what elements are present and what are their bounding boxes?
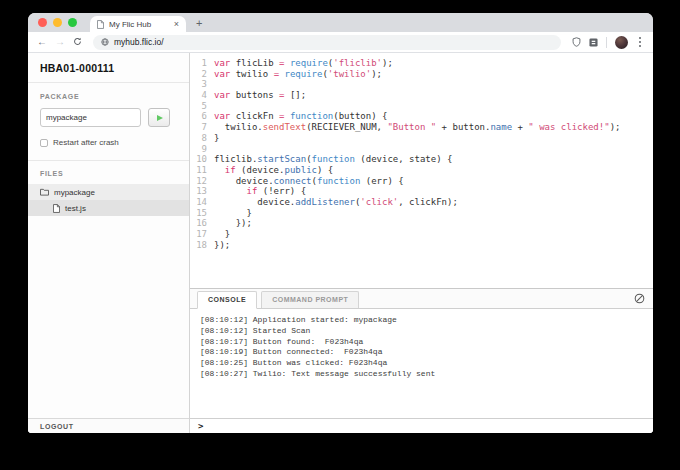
- extension-icon[interactable]: [589, 38, 598, 47]
- console-command-input[interactable]: >: [190, 418, 653, 433]
- forward-icon: →: [55, 37, 65, 47]
- clear-console-icon[interactable]: [634, 293, 645, 304]
- console-panel: CONSOLECOMMAND PROMPT [08:10:12] Applica…: [190, 288, 653, 433]
- new-tab-button[interactable]: +: [196, 18, 202, 29]
- editor-gutter: 123456789101112131415161718: [190, 58, 214, 288]
- console-output: [08:10:12] Application started: mypackag…: [190, 309, 653, 418]
- window-controls: [38, 18, 77, 27]
- browser-toolbar: ← → myhub.flic.io/: [28, 32, 653, 53]
- file-tree-folder-mypackage[interactable]: mypackage: [28, 184, 189, 200]
- app-content: HBA01-000111 PACKAGE Restart after crash…: [28, 53, 653, 433]
- site-globe-icon: [101, 38, 109, 46]
- file-name: test.js: [65, 204, 86, 213]
- console-tab-command-prompt[interactable]: COMMAND PROMPT: [261, 291, 359, 308]
- run-package-button[interactable]: [148, 108, 170, 127]
- browser-tab[interactable]: My Flic Hub ×: [90, 16, 186, 32]
- package-label: PACKAGE: [40, 93, 177, 100]
- close-window-button[interactable]: [38, 18, 47, 27]
- address-bar[interactable]: myhub.flic.io/: [93, 35, 561, 50]
- url-text: myhub.flic.io/: [114, 37, 164, 47]
- folder-name: mypackage: [54, 188, 95, 197]
- folder-icon: [40, 188, 49, 196]
- profile-avatar[interactable]: [615, 36, 628, 49]
- browser-tab-bar: My Flic Hub × +: [28, 13, 653, 32]
- shield-extension-icon[interactable]: [572, 37, 581, 47]
- hub-device-id: HBA01-000111: [28, 53, 189, 83]
- files-label: FILES: [28, 170, 189, 184]
- console-tab-console[interactable]: CONSOLE: [197, 291, 257, 309]
- reload-icon[interactable]: [73, 37, 82, 48]
- editor-column: 123456789101112131415161718 var flicLib …: [190, 53, 653, 433]
- page-favicon-icon: [97, 20, 104, 29]
- zoom-window-button[interactable]: [68, 18, 77, 27]
- close-tab-icon[interactable]: ×: [174, 20, 179, 29]
- browser-window: My Flic Hub × + ← → myhub.flic.io/: [28, 13, 653, 433]
- editor-code[interactable]: var flicLib = require('fliclib');var twi…: [214, 58, 620, 288]
- code-editor[interactable]: 123456789101112131415161718 var flicLib …: [190, 53, 653, 288]
- files-section: FILES mypackage test.js: [28, 161, 189, 216]
- file-icon: [53, 204, 60, 213]
- logout-button[interactable]: LOGOUT: [28, 418, 189, 433]
- minimize-window-button[interactable]: [53, 18, 62, 27]
- console-tabs: CONSOLECOMMAND PROMPT: [190, 289, 653, 309]
- file-tree-item-testjs[interactable]: test.js: [28, 200, 189, 216]
- play-icon: [157, 115, 163, 121]
- tab-title: My Flic Hub: [109, 20, 169, 29]
- sidebar: HBA01-000111 PACKAGE Restart after crash…: [28, 53, 190, 433]
- toolbar-divider: [606, 37, 607, 48]
- desktop-background: My Flic Hub × + ← → myhub.flic.io/: [0, 0, 680, 470]
- browser-menu-icon[interactable]: [639, 41, 641, 43]
- restart-after-crash-checkbox[interactable]: [40, 139, 48, 147]
- package-name-input[interactable]: [40, 108, 141, 127]
- package-section: PACKAGE Restart after crash: [28, 83, 189, 161]
- console-prompt: >: [198, 421, 203, 431]
- restart-after-crash-label: Restart after crash: [53, 138, 119, 147]
- back-icon[interactable]: ←: [37, 37, 47, 47]
